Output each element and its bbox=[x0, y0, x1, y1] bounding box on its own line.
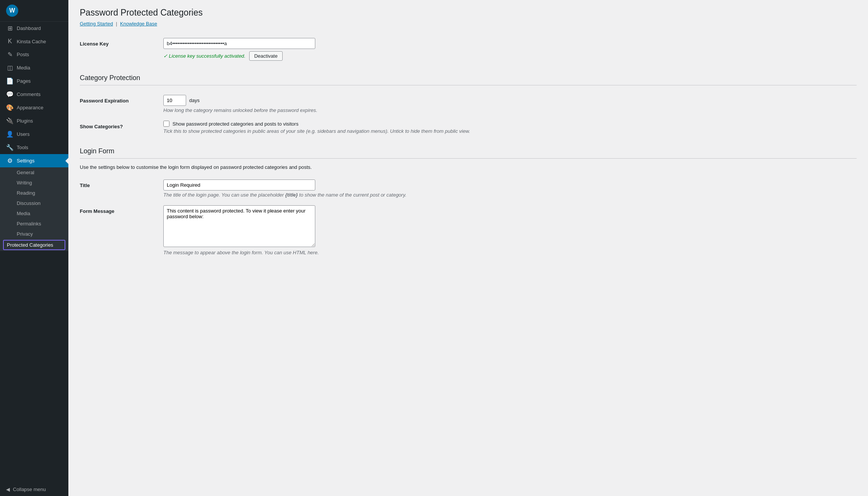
pages-icon: 📄 bbox=[6, 77, 14, 85]
days-label: days bbox=[189, 98, 199, 103]
deactivate-button[interactable]: Deactivate bbox=[249, 51, 282, 61]
users-icon: 👤 bbox=[6, 131, 14, 138]
knowledge-base-link[interactable]: Knowledge Base bbox=[120, 21, 157, 27]
sidebar-sub-reading[interactable]: Reading bbox=[0, 188, 68, 198]
sidebar-item-label: Comments bbox=[17, 91, 41, 97]
sidebar-item-media[interactable]: ◫ Media bbox=[0, 61, 68, 74]
password-expiration-row: days bbox=[163, 95, 857, 106]
sidebar-item-kinsta-cache[interactable]: K Kinsta Cache bbox=[0, 35, 68, 48]
sidebar-item-label: Media bbox=[17, 65, 30, 71]
wp-logo-icon: W bbox=[6, 5, 18, 17]
show-categories-row: Show password protected categories and p… bbox=[163, 121, 857, 127]
sidebar-item-users[interactable]: 👤 Users bbox=[0, 128, 68, 141]
sidebar-sub-discussion[interactable]: Discussion bbox=[0, 198, 68, 208]
sidebar: W ⊞ Dashboard K Kinsta Cache ✎ Posts ◫ M… bbox=[0, 0, 68, 496]
sidebar-item-plugins[interactable]: 🔌 Plugins bbox=[0, 114, 68, 128]
page-title: Password Protected Categories bbox=[80, 8, 857, 18]
plugins-icon: 🔌 bbox=[6, 117, 14, 124]
password-expiration-label: Password Expiration bbox=[80, 91, 163, 117]
sidebar-item-label: Users bbox=[17, 131, 30, 137]
sidebar-item-label: Posts bbox=[17, 52, 29, 57]
posts-icon: ✎ bbox=[6, 51, 14, 58]
getting-started-link[interactable]: Getting Started bbox=[80, 21, 113, 27]
sidebar-item-label: Tools bbox=[17, 145, 28, 150]
sidebar-sub-media[interactable]: Media bbox=[0, 208, 68, 219]
sidebar-item-comments[interactable]: 💬 Comments bbox=[0, 88, 68, 101]
breadcrumb: Getting Started | Knowledge Base bbox=[80, 21, 857, 27]
license-key-input[interactable] bbox=[163, 38, 315, 49]
sidebar-item-label: Kinsta Cache bbox=[17, 39, 46, 44]
login-form-description: Use the settings below to customise the … bbox=[80, 164, 857, 170]
settings-submenu: General Writing Reading Discussion Media… bbox=[0, 167, 68, 251]
sidebar-item-posts[interactable]: ✎ Posts bbox=[0, 48, 68, 61]
sidebar-item-settings[interactable]: ⚙ Settings bbox=[0, 154, 68, 167]
sidebar-item-label: Pages bbox=[17, 78, 31, 84]
login-form-header: Login Form bbox=[80, 147, 857, 159]
show-categories-label: Show Categories? bbox=[80, 117, 163, 138]
category-protection-header: Category Protection bbox=[80, 74, 857, 85]
license-success-message: ✓ License key successfully activated. bbox=[163, 53, 245, 59]
tools-icon: 🔧 bbox=[6, 144, 14, 151]
collapse-menu-button[interactable]: ◀ Collapse menu bbox=[0, 483, 68, 496]
sidebar-item-appearance[interactable]: 🎨 Appearance bbox=[0, 101, 68, 114]
password-expiration-input[interactable] bbox=[163, 95, 186, 106]
settings-icon: ⚙ bbox=[6, 157, 14, 164]
sidebar-item-label: Plugins bbox=[17, 118, 33, 124]
form-message-label: Form Message bbox=[80, 202, 163, 259]
category-protection-section: Password Expiration days How long the ca… bbox=[80, 91, 857, 138]
show-categories-desc: Tick this to show protected categories i… bbox=[163, 128, 505, 134]
sidebar-sub-privacy[interactable]: Privacy bbox=[0, 229, 68, 239]
form-message-textarea[interactable]: This content is password protected. To v… bbox=[163, 205, 315, 247]
title-label: Title bbox=[80, 176, 163, 202]
sidebar-item-label: Dashboard bbox=[17, 25, 41, 31]
sidebar-item-label: Settings bbox=[17, 158, 35, 164]
title-desc: The title of the login page. You can use… bbox=[163, 192, 505, 198]
sidebar-item-dashboard[interactable]: ⊞ Dashboard bbox=[0, 22, 68, 35]
license-key-label: License Key bbox=[80, 34, 163, 65]
show-categories-checkbox[interactable] bbox=[163, 121, 169, 127]
license-row bbox=[163, 38, 857, 49]
main-content: Password Protected Categories Getting St… bbox=[68, 0, 868, 496]
sidebar-sub-writing[interactable]: Writing bbox=[0, 178, 68, 188]
show-categories-checkbox-label: Show password protected categories and p… bbox=[172, 121, 299, 127]
title-input[interactable] bbox=[163, 180, 315, 191]
sidebar-item-label: Appearance bbox=[17, 105, 43, 110]
form-message-desc: The message to appear above the login fo… bbox=[163, 250, 505, 255]
appearance-icon: 🎨 bbox=[6, 104, 14, 111]
sidebar-sub-protected-categories[interactable]: Protected Categories bbox=[3, 240, 65, 250]
password-expiration-desc: How long the category remains unlocked b… bbox=[163, 107, 505, 113]
license-key-section: License Key ✓ License key successfully a… bbox=[80, 34, 857, 65]
sidebar-sub-general[interactable]: General bbox=[0, 167, 68, 178]
comments-icon: 💬 bbox=[6, 91, 14, 98]
sidebar-item-tools[interactable]: 🔧 Tools bbox=[0, 141, 68, 154]
collapse-icon: ◀ bbox=[6, 487, 10, 492]
media-icon: ◫ bbox=[6, 64, 14, 71]
breadcrumb-separator: | bbox=[116, 21, 117, 27]
sidebar-logo: W bbox=[0, 0, 68, 22]
sidebar-item-pages[interactable]: 📄 Pages bbox=[0, 74, 68, 88]
kinsta-icon: K bbox=[6, 38, 14, 45]
dashboard-icon: ⊞ bbox=[6, 25, 14, 32]
sidebar-sub-permalinks[interactable]: Permalinks bbox=[0, 219, 68, 229]
login-form-section: Title The title of the login page. You c… bbox=[80, 176, 857, 259]
